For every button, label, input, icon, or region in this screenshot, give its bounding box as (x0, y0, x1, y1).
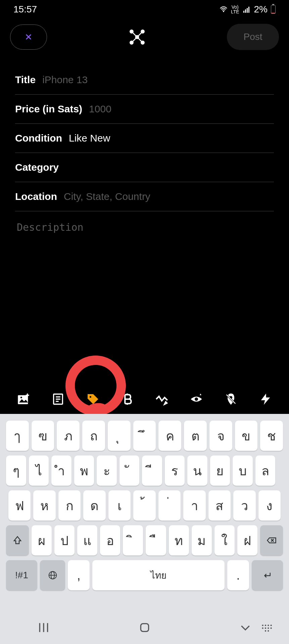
network-type: Vo)LTE (231, 5, 239, 14)
text-note-button[interactable] (51, 392, 65, 406)
close-button[interactable] (10, 24, 47, 50)
title-input[interactable] (42, 74, 274, 86)
key[interactable]: ่ (158, 490, 181, 521)
activity-zap-icon (155, 392, 168, 406)
category-label: Category (15, 162, 59, 173)
comma-key[interactable]: , (68, 560, 90, 590)
key[interactable]: จ (209, 421, 232, 451)
key[interactable]: ั (119, 455, 140, 486)
key[interactable]: ผ (32, 525, 52, 555)
svg-point-15 (20, 397, 22, 398)
key[interactable]: อ (100, 525, 120, 555)
visibility-button[interactable] (190, 392, 203, 406)
key[interactable]: ๅ (6, 421, 29, 451)
key[interactable]: ส (208, 490, 231, 521)
key[interactable]: า (183, 490, 205, 521)
recents-button[interactable] (37, 621, 50, 636)
location-input[interactable] (64, 191, 274, 202)
svg-point-0 (223, 11, 224, 12)
key[interactable]: บ (233, 455, 253, 486)
key[interactable]: ด (83, 490, 105, 521)
key[interactable]: ง (258, 490, 281, 521)
key[interactable]: ื (146, 525, 166, 555)
category-row[interactable]: Category (15, 153, 274, 182)
condition-value: Like New (69, 132, 110, 144)
key[interactable]: ใ (214, 525, 235, 555)
key[interactable]: ฃ (32, 421, 54, 451)
home-button[interactable] (138, 621, 151, 636)
app-logo (128, 28, 146, 46)
description-area[interactable] (15, 211, 274, 280)
symbols-key[interactable]: !#1 (6, 560, 37, 590)
price-input[interactable] (89, 103, 274, 115)
key[interactable]: ๆ (6, 455, 26, 486)
key[interactable]: ย (210, 455, 230, 486)
key[interactable]: ี (142, 455, 162, 486)
key[interactable]: ห (33, 490, 55, 521)
bitcoin-button[interactable] (121, 392, 134, 406)
svg-point-38 (268, 627, 269, 629)
key[interactable]: ป (54, 525, 75, 555)
key[interactable]: ฝ (237, 525, 257, 555)
key[interactable]: พ (74, 455, 94, 486)
tag-button[interactable] (86, 392, 99, 406)
key[interactable]: ไ (29, 455, 49, 486)
keyboard-row-5: !#1 , ไทย . (0, 560, 289, 590)
key[interactable]: ร (165, 455, 185, 486)
key[interactable]: ำ (51, 455, 71, 486)
app-header: Post (0, 18, 289, 55)
description-input[interactable] (17, 221, 272, 268)
key[interactable]: ม (192, 525, 212, 555)
svg-rect-14 (18, 395, 28, 404)
key[interactable]: ข (235, 421, 258, 451)
add-image-button[interactable] (17, 392, 30, 406)
recents-icon (37, 621, 50, 634)
price-label: Price (in Sats) (15, 103, 82, 115)
key[interactable]: ะ (97, 455, 117, 486)
key[interactable]: ค (158, 421, 181, 451)
location-off-button[interactable] (224, 392, 238, 406)
space-key[interactable]: ไทย (92, 560, 225, 590)
tag-icon (86, 392, 99, 406)
key[interactable]: ต (184, 421, 207, 451)
key[interactable]: ้ (133, 490, 155, 521)
key[interactable]: ก (58, 490, 81, 521)
keyboard-row-2: ๆไำพะัีรนยบล (0, 455, 289, 486)
key[interactable]: ช (260, 421, 283, 451)
post-toolbar (0, 386, 289, 413)
activity-button[interactable] (155, 392, 168, 406)
keyboard-row-4: ผปแอิืทมใฝ (0, 525, 289, 555)
key[interactable]: เ (108, 490, 131, 521)
condition-row[interactable]: Condition Like New (15, 124, 274, 153)
key[interactable]: ิ (123, 525, 143, 555)
key[interactable]: น (187, 455, 207, 486)
back-button[interactable] (239, 621, 252, 636)
key[interactable]: ึ (133, 421, 156, 451)
price-row[interactable]: Price (in Sats) (15, 95, 274, 124)
keyboard-toggle-button[interactable] (260, 621, 274, 636)
location-row[interactable]: Location (15, 182, 274, 211)
backspace-key[interactable] (260, 525, 283, 555)
key[interactable]: ถ (82, 421, 105, 451)
svg-point-36 (262, 627, 263, 629)
wifi-icon (220, 5, 228, 13)
key[interactable]: ท (169, 525, 189, 555)
post-button[interactable]: Post (227, 24, 279, 50)
key[interactable]: ว (233, 490, 255, 521)
shift-key[interactable] (6, 525, 29, 555)
enter-key[interactable] (252, 560, 283, 590)
title-label: Title (15, 74, 36, 86)
key[interactable]: ุ (108, 421, 131, 451)
flash-button[interactable] (259, 392, 272, 406)
key[interactable]: ภ (57, 421, 80, 451)
title-row[interactable]: Title (15, 65, 274, 95)
language-key[interactable] (40, 560, 65, 590)
svg-line-10 (132, 32, 137, 37)
key[interactable]: ล (255, 455, 276, 486)
key[interactable]: ฟ (8, 490, 31, 521)
period-key[interactable]: . (227, 560, 249, 590)
key[interactable]: แ (77, 525, 97, 555)
svg-point-35 (271, 625, 272, 626)
battery-icon (271, 5, 276, 14)
svg-point-39 (271, 627, 272, 629)
